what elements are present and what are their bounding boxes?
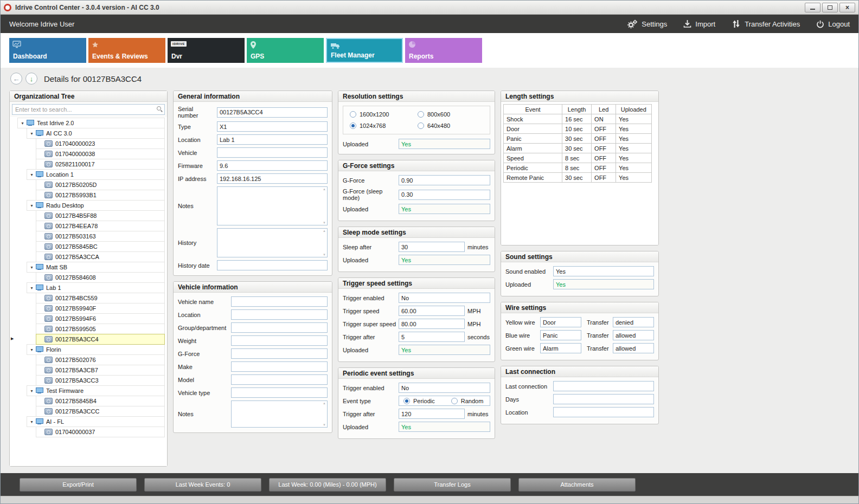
field-input[interactable] — [217, 147, 328, 158]
footer-button[interactable]: Last Week: 0.00 (Miles) - 0.00 (MPH) — [269, 478, 386, 492]
tree-node[interactable]: ▾ 00127B5A3CC3 — [36, 375, 165, 386]
wire-transfer-input[interactable] — [613, 343, 654, 353]
field-input[interactable] — [553, 407, 654, 417]
field-input[interactable] — [553, 279, 654, 289]
expand-arrow-icon[interactable]: ▾ — [29, 419, 35, 424]
field-input[interactable] — [231, 296, 328, 307]
close-button[interactable]: × — [839, 3, 855, 12]
tree-node[interactable]: ▾ 017040000023 — [36, 138, 165, 149]
tree-node[interactable]: ▾ AI - FL — [27, 416, 165, 427]
tab-reports[interactable]: Reports — [405, 38, 482, 63]
field-input[interactable] — [399, 293, 490, 303]
resolution-radio[interactable]: 640x480 — [418, 122, 483, 129]
footer-button[interactable]: Export/Print — [20, 478, 137, 492]
field-input[interactable] — [399, 190, 490, 200]
transfer-activities-button[interactable]: Transfer Activities — [732, 20, 800, 28]
maximize-button[interactable] — [822, 3, 838, 12]
tree-node[interactable]: ▾ 017040000038 — [36, 148, 165, 159]
wire-transfer-input[interactable] — [613, 330, 654, 340]
tree-node[interactable]: ▾ Test Idrive 2.0 — [17, 118, 165, 128]
vehicle-notes-textarea[interactable] — [231, 400, 328, 428]
field-input[interactable] — [553, 394, 654, 404]
tree-node[interactable]: ▾ 00127B59940F — [36, 303, 165, 314]
expand-arrow-icon[interactable]: ▾ — [29, 389, 35, 393]
tree-node[interactable]: ▾ Matt SB — [27, 262, 165, 273]
tree-node[interactable]: ▾ 00127B5A3CCC — [36, 406, 165, 417]
event-type-radio[interactable]: Random — [451, 398, 484, 404]
expand-arrow-icon[interactable]: ▾ — [29, 203, 35, 208]
wire-event-input[interactable] — [540, 343, 581, 353]
tree-node[interactable]: ▾ 00127B4BC559 — [36, 293, 165, 303]
tree-node[interactable]: ▾ Florin — [27, 344, 165, 355]
tree-node[interactable]: ▾ 00127B599505 — [36, 324, 165, 334]
tree-node[interactable]: ▾ 00127B4EEA78 — [36, 221, 165, 231]
tree-node[interactable]: ▾ AI CC 3.0 — [27, 128, 165, 139]
field-input[interactable] — [553, 266, 654, 276]
field-input[interactable] — [217, 121, 328, 132]
field-input[interactable] — [399, 242, 465, 252]
tree-node[interactable]: ▾ 00127B503163 — [36, 231, 165, 242]
field-input[interactable] — [399, 255, 490, 265]
expand-arrow-icon[interactable]: ▾ — [29, 131, 35, 136]
expand-arrow-icon[interactable]: ▾ — [20, 121, 25, 126]
resolution-radio[interactable]: 1600x1200 — [350, 111, 415, 118]
import-button[interactable]: Import — [683, 20, 715, 28]
tree-node[interactable]: ▾ 00127B5A3CC4 — [36, 334, 165, 345]
tree-node[interactable]: ▾ 00127B5994F6 — [36, 313, 165, 324]
tree-node[interactable]: ▾ 00127B4B5F88 — [36, 210, 165, 221]
back-button[interactable]: ← — [10, 73, 22, 85]
history-date-input[interactable] — [217, 260, 328, 270]
tab-fleet-manager[interactable]: Fleet Manager — [326, 38, 403, 63]
download-button[interactable]: ↓ — [25, 73, 37, 85]
tree-node[interactable]: ▾ 00127B502076 — [36, 354, 165, 365]
notes-textarea[interactable] — [217, 186, 328, 225]
tab-events-reviews[interactable]: Events & Reviews — [88, 38, 165, 63]
tree-node[interactable]: ▾ 00127B5993B1 — [36, 190, 165, 201]
field-input[interactable] — [231, 361, 328, 372]
field-input[interactable] — [553, 381, 654, 391]
tree-node[interactable]: ▾ Radu Desktop — [27, 200, 165, 211]
field-input[interactable] — [217, 134, 328, 145]
tab-dashboard[interactable]: Dashboard — [9, 38, 86, 63]
tree-node[interactable]: ▾ Lab 1 — [27, 282, 165, 293]
tree-node[interactable]: ▾ Test Firmware — [27, 385, 165, 396]
field-input[interactable] — [399, 345, 490, 355]
expand-arrow-icon[interactable]: ▾ — [29, 347, 35, 352]
resolution-radio[interactable]: 1024x768 — [350, 122, 415, 129]
field-input[interactable] — [399, 409, 465, 419]
settings-button[interactable]: Settings — [627, 20, 667, 29]
field-input[interactable] — [217, 107, 328, 118]
field-input[interactable] — [231, 335, 328, 346]
tree-node[interactable]: ▾ 00127B584608 — [36, 272, 165, 283]
field-input[interactable] — [399, 306, 465, 316]
footer-button[interactable]: Attachments — [518, 478, 636, 492]
logout-button[interactable]: Logout — [816, 20, 850, 28]
minimize-button[interactable] — [805, 3, 820, 12]
tree-node[interactable]: ▾ 00127B50205D — [36, 179, 165, 190]
tree-node[interactable]: ▾ 00127B5A3CB7 — [36, 365, 165, 376]
tree-node[interactable]: ▾ Location 1 — [27, 169, 165, 180]
wire-event-input[interactable] — [540, 330, 581, 340]
field-input[interactable] — [231, 387, 328, 398]
tree-node[interactable]: ▾ 017040000037 — [36, 427, 165, 437]
field-input[interactable] — [399, 332, 465, 342]
tree-node[interactable]: ▾ 025821100017 — [36, 159, 165, 170]
trigger-enabled-input[interactable] — [399, 383, 490, 393]
tab-dvr[interactable]: IDRIVE Dvr — [168, 38, 245, 63]
wire-event-input[interactable] — [540, 317, 581, 327]
event-type-radio[interactable]: Periodic — [403, 398, 435, 404]
field-input[interactable] — [399, 422, 490, 432]
field-input[interactable] — [231, 322, 328, 333]
tab-gps[interactable]: GPS — [247, 38, 324, 63]
tree-search-input[interactable] — [12, 104, 165, 115]
footer-button[interactable]: Last Week Events: 0 — [144, 478, 261, 492]
tree-node[interactable]: ▾ 00127B5A3CCA — [36, 251, 165, 262]
field-input[interactable] — [217, 173, 328, 184]
tree-node[interactable]: ▾ 00127B5845B4 — [36, 396, 165, 406]
field-input[interactable] — [399, 319, 465, 329]
expand-arrow-icon[interactable]: ▾ — [29, 265, 35, 270]
field-input[interactable] — [399, 204, 490, 214]
field-input[interactable] — [399, 175, 490, 185]
tree-node[interactable]: ▾ 00127B5845BC — [36, 241, 165, 252]
field-input[interactable] — [231, 374, 328, 385]
